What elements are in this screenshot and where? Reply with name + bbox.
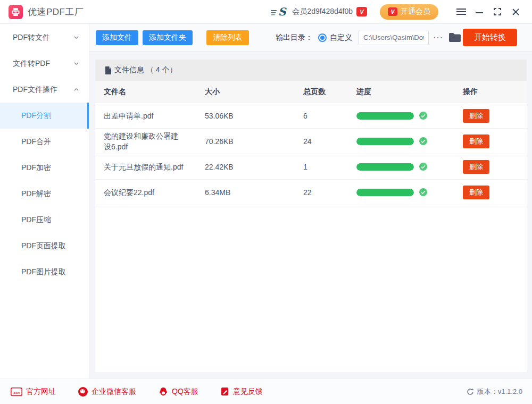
group-label: PDF转文件: [13, 33, 50, 43]
clear-list-button[interactable]: 清除列表: [206, 30, 249, 45]
item-label: PDF压缩: [21, 215, 51, 225]
col-header-size: 大小: [196, 87, 295, 97]
delete-button[interactable]: 删除: [463, 134, 489, 148]
toolbar: 添加文件 添加文件夹 清除列表 输出目录： 自定义 ··· 开始转换: [89, 24, 532, 52]
wechat-icon: [78, 387, 88, 397]
success-check-icon: [419, 137, 427, 145]
version-check[interactable]: 版本：v1.1.2.0: [467, 387, 522, 397]
link-label: 官方网址: [26, 387, 56, 397]
folder-icon: [448, 32, 461, 43]
success-check-icon: [419, 112, 427, 120]
sidebar: PDF转文件 文件转PDF PDF文件操作 PDF分割 PDF合并 PDF加密 …: [0, 24, 89, 378]
sidebar-group-pdf-operations[interactable]: PDF文件操作: [0, 77, 89, 103]
sidebar-group-pdf-to-file[interactable]: PDF转文件: [0, 24, 89, 50]
member-id-label: 会员2d9f428d4f0b: [292, 7, 353, 16]
file-name: 会议纪要22.pdf: [104, 187, 154, 198]
titlebar-right: S 会员2d9f428d4f0b V V 开通会员: [271, 4, 525, 20]
col-header-progress: 进度: [348, 87, 454, 97]
svg-text:PDF: PDF: [14, 11, 17, 13]
link-label: 企业微信客服: [92, 387, 136, 397]
item-label: PDF合并: [21, 137, 51, 147]
minimize-icon: [476, 8, 483, 15]
table-header: 文件名 大小 总页数 进度 操作: [95, 81, 527, 103]
feedback-icon: [221, 387, 229, 397]
open-folder-button[interactable]: [448, 32, 461, 43]
app-brand: PDF 优速PDF工厂: [9, 5, 84, 19]
file-info-bar: 文件信息 （ 4 个）: [95, 60, 527, 81]
progress-bar: [356, 138, 414, 145]
progress-bar: [356, 163, 414, 171]
titlebar: PDF 优速PDF工厂 S 会员2d9f428d4f0b V V 开通会员: [0, 0, 532, 24]
add-file-button[interactable]: 添加文件: [96, 30, 138, 45]
col-header-filename: 文件名: [95, 87, 196, 97]
output-dir-label: 输出目录：: [276, 33, 313, 43]
table-row: 党的建设和廉政公署建设6.pdf 70.26KB 24 删除: [95, 129, 527, 154]
wechat-service-link[interactable]: 企业微信客服: [78, 387, 136, 397]
file-pages: 24: [295, 137, 348, 146]
table-row: 出差申请单.pdf 53.06KB 6 删除: [95, 103, 527, 129]
progress-bar: [356, 112, 414, 120]
item-label: PDF页面提取: [21, 241, 66, 251]
link-label: 意见反馈: [233, 387, 263, 397]
sidebar-item-pdf-compress[interactable]: PDF压缩: [0, 207, 89, 233]
sidebar-item-pdf-split[interactable]: PDF分割: [0, 103, 89, 129]
maximize-icon: [494, 8, 501, 15]
upgrade-label: 开通会员: [401, 7, 430, 16]
file-size: 6.34MB: [196, 188, 295, 197]
start-convert-button[interactable]: 开始转换: [463, 29, 517, 46]
browse-more-button[interactable]: ···: [433, 33, 443, 43]
delete-button[interactable]: 删除: [463, 109, 489, 123]
maximize-button[interactable]: [488, 4, 506, 20]
success-check-icon: [419, 188, 427, 196]
delete-button[interactable]: 删除: [463, 186, 489, 199]
output-path-input[interactable]: [359, 30, 429, 45]
refresh-icon: [467, 388, 474, 395]
file-pages: 6: [295, 112, 348, 120]
main-content: 添加文件 添加文件夹 清除列表 输出目录： 自定义 ··· 开始转换: [89, 24, 532, 378]
table-empty-area: [95, 205, 527, 372]
custom-dir-radio[interactable]: [318, 33, 327, 42]
sidebar-item-pdf-decrypt[interactable]: PDF解密: [0, 181, 89, 207]
vip-icon: V: [388, 7, 397, 16]
svg-text:S: S: [278, 6, 287, 18]
minimize-button[interactable]: [470, 4, 488, 20]
file-size: 22.42KB: [196, 163, 295, 171]
member-account[interactable]: S 会员2d9f428d4f0b V: [271, 6, 367, 18]
item-label: PDF图片提取: [21, 267, 66, 277]
file-panel: 文件信息 （ 4 个） 文件名 大小 总页数 进度 操作 出差申请单.pdf 5…: [89, 52, 532, 378]
file-size: 70.26KB: [196, 137, 295, 146]
hamburger-icon: [456, 8, 466, 15]
qq-service-link[interactable]: QQ客服: [159, 387, 198, 397]
sidebar-item-pdf-merge[interactable]: PDF合并: [0, 129, 89, 155]
file-pages: 22: [295, 188, 348, 197]
vip-badge-icon: V: [356, 7, 367, 16]
delete-button[interactable]: 删除: [463, 160, 489, 174]
official-site-link[interactable]: .com 官方网址: [11, 387, 56, 397]
sidebar-item-pdf-page-extract[interactable]: PDF页面提取: [0, 233, 89, 259]
table-row: 关于元旦放假的通知.pdf 22.42KB 1 删除: [95, 154, 527, 180]
svg-text:.com: .com: [13, 390, 21, 394]
sidebar-group-file-to-pdf[interactable]: 文件转PDF: [0, 50, 89, 77]
file-name: 关于元旦放假的通知.pdf: [104, 162, 183, 172]
swoosh-logo-icon: S: [271, 6, 288, 18]
sidebar-item-pdf-image-extract[interactable]: PDF图片提取: [0, 259, 89, 285]
file-info-title: 文件信息 （ 4 个）: [114, 65, 177, 75]
chevron-up-icon: [73, 87, 79, 92]
feedback-link[interactable]: 意见反馈: [221, 387, 263, 397]
table-row: 会议纪要22.pdf 6.34MB 22 删除: [95, 180, 527, 205]
custom-dir-radio-label: 自定义: [330, 33, 352, 43]
document-icon: [105, 66, 112, 74]
file-name: 党的建设和廉政公署建设6.pdf: [104, 131, 185, 152]
menu-button[interactable]: [452, 4, 470, 20]
version-label: 版本：v1.1.2.0: [477, 387, 522, 397]
group-label: 文件转PDF: [13, 59, 50, 69]
success-check-icon: [419, 163, 427, 171]
item-label: PDF分割: [21, 111, 51, 121]
group-label: PDF文件操作: [13, 85, 57, 95]
file-pages: 1: [295, 163, 348, 171]
col-header-pages: 总页数: [295, 87, 348, 97]
close-button[interactable]: [506, 4, 525, 20]
sidebar-item-pdf-encrypt[interactable]: PDF加密: [0, 155, 89, 181]
upgrade-membership-button[interactable]: V 开通会员: [380, 4, 438, 20]
add-folder-button[interactable]: 添加文件夹: [143, 30, 193, 45]
